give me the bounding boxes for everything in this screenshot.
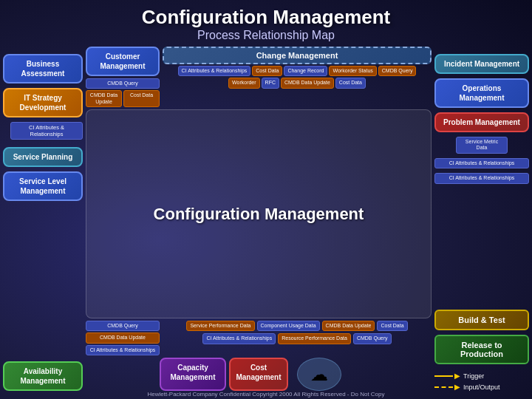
build-test-box: Build & Test (434, 310, 529, 330)
cost-management-box: Cost Management (229, 358, 288, 391)
cmdb-query-cm: CMDB Query (378, 66, 417, 76)
cmdb-query-1: CMDB Query (86, 78, 160, 89)
change-record-box: Change Record (284, 66, 327, 76)
operations-management-box: Operations Management (434, 78, 529, 108)
workorder-status-box: Workorder Status (329, 66, 376, 76)
service-perf-box: Service Performance Data (186, 321, 254, 331)
legend: ▶ Trigger ▶ Input/Output (434, 372, 529, 391)
release-box: Release to Production (434, 335, 529, 364)
rfc-box: RFC (262, 78, 279, 88)
service-level-box: Service Level Management (3, 171, 83, 201)
capacity-box: Capacity Management (160, 358, 226, 391)
service-planning-box: Service Planning (3, 147, 83, 167)
config-center: Configuration Management (86, 109, 432, 318)
ci-attr-right: CI Attributes & Relationships (434, 158, 529, 168)
resource-perf-box: Resource Performance Data (278, 333, 351, 344)
ci-attr-right2: CI Attributes & Relationships (434, 173, 529, 183)
workorder-box: Workorder (228, 78, 260, 88)
problem-management-box: Problem Management (434, 112, 529, 132)
cmdb-data-update-cm: CMDB Data Update (281, 78, 334, 88)
ci-attr-sp: CI Attributes & Relationships (86, 345, 160, 355)
ci-attr-rel-box: CI Attributes & Relationships (178, 66, 251, 76)
input-output-legend: ▶ Input/Output (434, 383, 500, 391)
ci-attr-center: CI Attributes & Relationships (202, 333, 276, 344)
cost-data-cm: Cost Data (252, 66, 282, 76)
page-title: Configuration Management (0, 6, 532, 29)
incident-management-box: Incident Management (434, 54, 529, 74)
it-strategy-box: IT Strategy Development (3, 88, 83, 117)
ci-attributes-left-box: CI Attributes & Relationships (10, 122, 83, 140)
service-metric-box: Service Metric Data (456, 137, 508, 154)
cost-data-cm2: Cost Data (335, 78, 366, 88)
business-assessment-box: Business Assessment (3, 54, 83, 83)
customer-management-box: Customer Management (86, 47, 160, 76)
trigger-legend: ▶ Trigger (434, 372, 484, 380)
cmdb-data-update-1: CMDB Data Update (86, 90, 122, 107)
footer: Hewlett-Packard Company Confidential Cop… (0, 391, 532, 398)
cmdb-query-sp: CMDB Query (86, 321, 160, 331)
availability-box: Availability Management (3, 361, 83, 391)
header: Configuration Management Process Relatio… (0, 0, 532, 45)
cmdb-data-center: CMDB Data Update (322, 321, 375, 331)
cmdb-query-bottom: CMDB Query (353, 333, 392, 344)
cost-data-1: Cost Data (123, 90, 160, 107)
cloud-graphic: ☁ (297, 358, 341, 391)
page-subtitle: Process Relationship Map (0, 29, 532, 42)
cost-data-center: Cost Data (377, 321, 407, 331)
change-management-box: Change Management (163, 47, 432, 64)
cmdb-data-update-sp: CMDB Data Update (86, 332, 160, 343)
component-usage-box: Component Usage Data (257, 321, 320, 331)
